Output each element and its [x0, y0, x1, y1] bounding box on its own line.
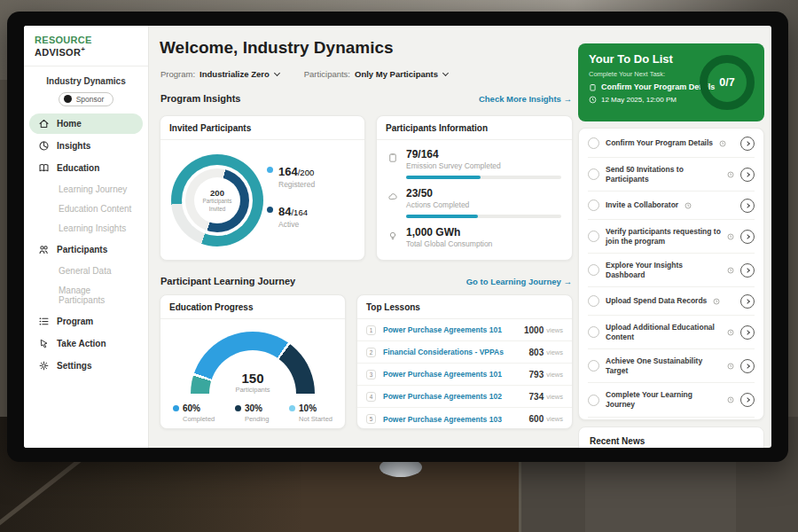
todo-open-button[interactable]	[740, 359, 755, 373]
todo-checkbox[interactable]	[588, 360, 599, 372]
todo-open-button[interactable]	[740, 294, 755, 309]
invited-participants-donut-chart: 200 Participants Invited	[171, 154, 263, 246]
todo-open-button[interactable]	[740, 168, 755, 182]
home-icon	[38, 118, 50, 129]
todo-open-button[interactable]	[740, 393, 755, 407]
sidebar-item-take-action[interactable]: Take Action	[29, 333, 143, 354]
top-lessons-list: 1 Power Purchase Agreements 101 1000 vie…	[357, 319, 572, 429]
todo-checkbox[interactable]	[588, 168, 599, 180]
clock-icon	[713, 298, 720, 305]
todo-open-button[interactable]	[740, 263, 755, 278]
todo-item-verify-participants-requesting-to-join-the-program[interactable]: Verify participants requesting to join t…	[588, 220, 755, 254]
sidebar-subitem-learning-journey[interactable]: Learning Journey	[29, 180, 143, 199]
invited-participants-card: Invited Participants 200 Participants In…	[160, 115, 365, 261]
recent-news-title: Recent News	[590, 436, 753, 446]
sidebar-item-label: Program	[57, 317, 93, 326]
right-column: Your To Do List Complete Your Next Task:…	[578, 26, 771, 448]
education-progress-title: Education Progress	[160, 295, 345, 319]
sidebar-subitem-general-data[interactable]: General Data	[29, 262, 143, 280]
todo-open-button[interactable]	[740, 199, 755, 213]
logo-plus: +	[81, 45, 85, 53]
recent-news-card: Recent News	[578, 426, 764, 448]
sidebar-item-settings[interactable]: Settings	[29, 356, 143, 376]
lesson-link[interactable]: Power Purchase Agreements 102	[383, 392, 529, 401]
chevron-down-icon	[274, 70, 280, 76]
clock-icon	[727, 171, 734, 178]
collapse-tasks-link[interactable]: Collapse Tasks	[588, 418, 755, 420]
lesson-rank-badge: 3	[366, 370, 376, 379]
lesson-link[interactable]: Power Purchase Agreements 101	[383, 370, 529, 379]
lesson-link[interactable]: Financial Considerations - VPPAs	[383, 348, 529, 356]
todo-item-invite-a-collaborator[interactable]: Invite a Collaborator	[588, 192, 755, 220]
sidebar-subitem-education-content[interactable]: Education Content	[29, 200, 143, 218]
lesson-rank-badge: 1	[366, 325, 376, 335]
participants-information-title: Participants Information	[377, 116, 572, 140]
gauge-center-value: 150	[191, 371, 315, 386]
go-to-learning-journey-link[interactable]: Go to Learning Journey →	[466, 277, 572, 286]
todo-checkbox[interactable]	[588, 137, 599, 149]
learning-journey-header: Participant Learning Journey Go to Learn…	[160, 276, 572, 286]
todo-item-label: Upload Spend Data Records	[606, 296, 707, 306]
sidebar-item-home[interactable]: Home	[29, 113, 143, 134]
lesson-views: 734	[529, 392, 544, 402]
todo-open-button[interactable]	[740, 325, 755, 340]
todo-checkbox[interactable]	[588, 231, 599, 242]
todo-checkbox[interactable]	[588, 295, 599, 307]
participants-information-card: Participants Information 79/164 Emission…	[376, 115, 573, 261]
program-insights-title: Program Insights	[160, 93, 240, 104]
todo-item-achieve-one-sustainability-target[interactable]: Achieve One Sustainability Target	[588, 349, 755, 383]
page-title: Welcome, Industry Dynamics	[160, 38, 394, 58]
lesson-row: 2 Financial Considerations - VPPAs 803 v…	[357, 341, 572, 364]
education-progress-gauge-chart: 150 Participants	[191, 332, 315, 394]
todo-item-label: Explore Your Insights Dashboard	[606, 261, 721, 280]
check-more-insights-link[interactable]: Check More Insights →	[479, 94, 572, 104]
sidebar-item-insights[interactable]: Insights	[29, 136, 143, 156]
todo-summary-card: Your To Do List Complete Your Next Task:…	[578, 43, 764, 121]
todo-item-confirm-your-program-details[interactable]: Confirm Your Program Details	[588, 129, 755, 158]
program-filter[interactable]: Program:Industrialize Zero	[160, 69, 279, 79]
clock-icon	[727, 396, 734, 403]
lesson-rank-badge: 2	[366, 348, 376, 357]
main-content: Welcome, Industry Dynamics Program:Indus…	[149, 26, 578, 448]
lesson-rank-badge: 5	[366, 414, 376, 424]
actions-icon	[387, 190, 399, 218]
sidebar-item-label: Home	[57, 119, 82, 129]
todo-item-upload-spend-data-records[interactable]: Upload Spend Data Records	[588, 287, 755, 316]
top-lessons-card: Top Lessons 1 Power Purchase Agreements …	[356, 294, 573, 429]
todo-items: Confirm Your Program Details Send 50 Inv…	[588, 129, 755, 418]
clock-icon	[727, 233, 734, 240]
sponsor-label: Sponsor	[76, 95, 105, 104]
insights-icon	[38, 140, 50, 152]
lesson-link[interactable]: Power Purchase Agreements 101	[383, 325, 524, 334]
sidebar-subitem-learning-insights[interactable]: Learning Insights	[29, 219, 143, 238]
todo-checkbox[interactable]	[588, 395, 599, 406]
sidebar-subitem-manage-participants[interactable]: Manage Participants	[29, 281, 143, 309]
todo-open-button[interactable]	[740, 137, 755, 151]
todo-open-button[interactable]	[740, 230, 755, 244]
sidebar-item-program[interactable]: Program	[29, 311, 143, 332]
todo-checkbox[interactable]	[588, 264, 599, 276]
clock-icon	[727, 329, 734, 336]
progress-bar	[406, 215, 561, 218]
sidebar-item-education[interactable]: Education	[29, 158, 143, 178]
org-name: Industry Dynamics	[24, 76, 148, 86]
todo-checkbox[interactable]	[588, 200, 599, 211]
todo-item-complete-your-learning-journey[interactable]: Complete Your Learning Journey	[588, 383, 755, 417]
education-progress-legend: 60% Completed 30% Pending 10% Not Starte…	[160, 403, 345, 423]
lesson-rank-badge: 4	[366, 392, 376, 402]
lesson-views: 600	[529, 414, 544, 424]
todo-item-explore-your-insights-dashboard[interactable]: Explore Your Insights Dashboard	[588, 254, 755, 287]
lesson-row: 4 Power Purchase Agreements 102 734 view…	[357, 386, 572, 408]
todo-item-send-50-invitations-to-participants[interactable]: Send 50 Invitations to Participants	[588, 158, 755, 192]
todo-checkbox[interactable]	[588, 326, 599, 338]
education-icon	[38, 162, 50, 174]
sponsor-badge[interactable]: Sponsor	[59, 92, 114, 106]
donut-legend-item: 84/164 Active	[267, 203, 315, 229]
lesson-row: 1 Power Purchase Agreements 101 1000 vie…	[357, 319, 572, 341]
lesson-link[interactable]: Power Purchase Agreements 103	[383, 415, 529, 424]
lesson-row: 5 Power Purchase Agreements 103 600 view…	[357, 408, 572, 429]
participants-filter-value: Only My Participants	[355, 69, 438, 79]
todo-item-upload-additional-educational-content[interactable]: Upload Additional Educational Content	[588, 316, 755, 349]
participants-filter[interactable]: Participants:Only My Participants	[304, 69, 448, 79]
sidebar-item-participants[interactable]: Participants	[29, 239, 143, 260]
